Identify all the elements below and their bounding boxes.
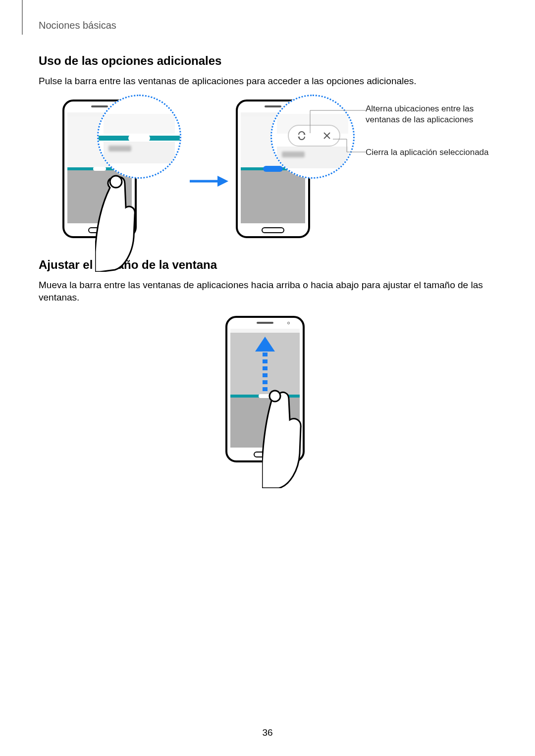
- arrow-right-icon: [186, 174, 231, 189]
- phone-after: [236, 100, 355, 238]
- phone-speaker: [257, 322, 273, 324]
- callout-close-app: Cierra la aplicación seleccionada: [366, 147, 494, 158]
- page-number: 36: [0, 727, 535, 738]
- phone-before: [62, 100, 181, 238]
- page-left-rule: [22, 0, 23, 35]
- figure-resize-window: [39, 316, 496, 462]
- section-heading-additional-options: Uso de las opciones adicionales: [39, 54, 496, 68]
- section-body-additional-options: Pulse la barra entre las ventanas de apl…: [39, 75, 496, 88]
- callout-swap-windows: Alterna ubicaciones entre las ventanas d…: [366, 103, 494, 125]
- phone-resize: [225, 316, 310, 462]
- figure-multiwindow-options: Alterna ubicaciones entre las ventanas d…: [62, 100, 496, 238]
- phone-home-button: [262, 227, 284, 233]
- arrow-up-icon: [253, 337, 277, 396]
- callout-leader-lines: [236, 100, 384, 179]
- magnifier-zoom: [97, 95, 181, 179]
- svg-marker-2: [217, 176, 228, 187]
- split-handle: [93, 167, 106, 171]
- phone-statusbar: [230, 329, 300, 333]
- hand-tap-icon: [95, 173, 150, 272]
- svg-point-9: [269, 391, 280, 402]
- callout-labels: Alterna ubicaciones entre las ventanas d…: [366, 103, 494, 180]
- phone-camera: [287, 322, 290, 324]
- breadcrumb: Nociones básicas: [39, 20, 496, 31]
- svg-point-0: [110, 176, 122, 188]
- svg-marker-7: [255, 337, 275, 352]
- hand-drag-icon: [262, 389, 321, 488]
- phone-speaker: [91, 105, 108, 107]
- section-body-resize-window: Mueva la barra entre las ventanas de apl…: [39, 279, 496, 304]
- page-content: Nociones básicas Uso de las opciones adi…: [0, 0, 535, 462]
